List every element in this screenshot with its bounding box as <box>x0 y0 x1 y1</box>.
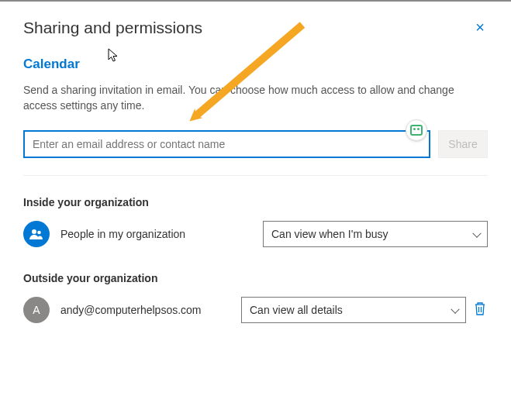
contact-avatar: A <box>23 297 50 323</box>
people-icon <box>23 221 50 247</box>
email-input[interactable] <box>23 130 430 158</box>
share-input-row: Share <box>23 130 488 158</box>
sharing-panel: Sharing and permissions × Calendar Send … <box>0 2 511 323</box>
outside-contact-label: andy@computerhelpsos.com <box>60 304 241 316</box>
calendar-subtitle: Calendar <box>23 57 488 72</box>
outside-org-title: Outside your organization <box>23 272 488 284</box>
divider <box>23 175 488 176</box>
panel-title: Sharing and permissions <box>23 19 202 37</box>
header: Sharing and permissions × <box>23 15 488 40</box>
inside-org-label: People in my organization <box>60 228 263 240</box>
inside-org-row: People in my organization Can view when … <box>23 221 488 247</box>
svg-point-0 <box>32 229 36 234</box>
share-button[interactable]: Share <box>438 130 488 158</box>
outside-permission-select[interactable]: Can view all details <box>241 297 466 323</box>
password-manager-icon[interactable] <box>406 119 427 141</box>
select-value: Can view all details <box>250 304 343 316</box>
svg-point-1 <box>37 231 41 235</box>
trash-icon[interactable] <box>474 301 488 319</box>
outside-org-row: A andy@computerhelpsos.com Can view all … <box>23 297 488 323</box>
inside-org-title: Inside your organization <box>23 196 488 208</box>
select-value: Can view when I'm busy <box>271 228 388 240</box>
calendar-description: Send a sharing invitation in email. You … <box>23 83 488 113</box>
close-icon[interactable]: × <box>472 15 488 40</box>
inside-permission-select[interactable]: Can view when I'm busy <box>263 221 488 247</box>
